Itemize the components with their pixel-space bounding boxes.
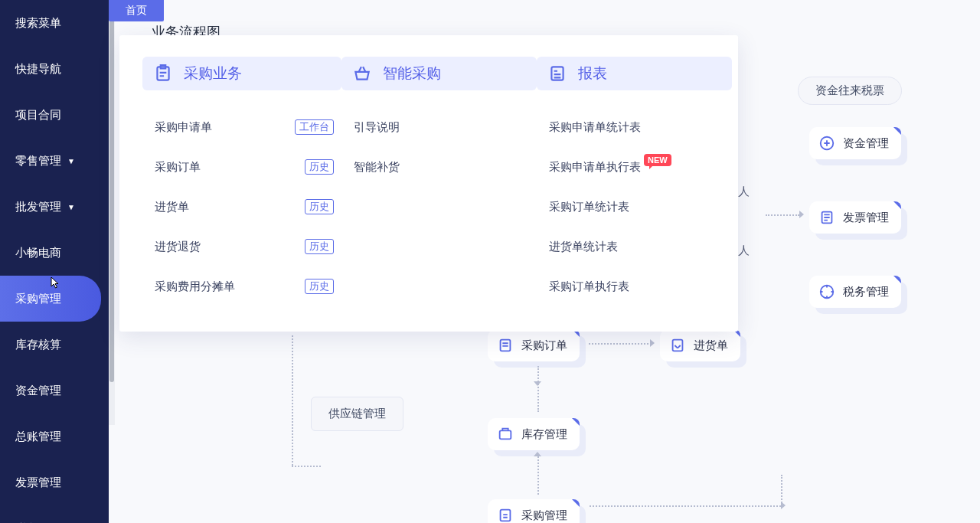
inventory-icon (497, 426, 514, 443)
mouse-cursor-icon (50, 276, 62, 289)
arrow-icon (534, 452, 541, 456)
sidebar-item-shortcut[interactable]: 快捷导航 (0, 46, 109, 92)
chevron-down-icon: ▼ (67, 157, 75, 165)
menu-item-purchase-request[interactable]: 采购申请单工作台 (142, 107, 341, 147)
menu-label: 采购申请单统计表 (549, 120, 641, 135)
label: 供应链管理 (328, 407, 386, 420)
menu-label: 引导说明 (354, 120, 400, 135)
label: 采购管理 (521, 508, 567, 523)
sidebar-item-label: 批发管理 (15, 200, 61, 214)
label: 发票管理 (843, 211, 889, 225)
sidebar-item-invoice[interactable]: 发票管理 (0, 459, 109, 505)
sidebar-item-ledger[interactable]: 总账管理 (0, 413, 109, 459)
menu-item-guide[interactable]: 引导说明 (341, 107, 537, 147)
sidebar-item-tax[interactable]: 税务管理 (0, 505, 109, 523)
history-tag[interactable]: 历史 (305, 279, 334, 294)
col-title: 智能采购 (383, 64, 441, 83)
flow-node-invoice[interactable]: 发票管理 (809, 201, 901, 234)
dropdown-col-business: 采购业务 采购申请单工作台 采购订单历史 进货单历史 进货退货历史 采购费用分摊… (142, 57, 341, 332)
label: 资金往来税票 (815, 83, 884, 96)
menu-label: 采购费用分摊单 (155, 279, 235, 294)
flow-node-inventory[interactable]: 库存管理 (488, 418, 580, 450)
sidebar-item-funds[interactable]: 资金管理 (0, 368, 109, 413)
menu-label: 采购订单统计表 (549, 200, 629, 214)
col-title: 采购业务 (184, 64, 242, 83)
history-tag[interactable]: 历史 (305, 159, 334, 175)
menu-list: 采购申请单统计表 采购申请单执行表NEW 采购订单统计表 进货单统计表 采购订单… (537, 90, 732, 306)
col-header: 智能采购 (341, 57, 537, 90)
label: 采购订单 (521, 338, 567, 353)
menu-item-receipt-return[interactable]: 进货退货历史 (142, 227, 341, 266)
arrow-icon (799, 211, 804, 218)
col-title: 报表 (578, 64, 607, 83)
sidebar-item-contract[interactable]: 项目合同 (0, 92, 109, 138)
flow-node-purchase-order[interactable]: 采购订单 (488, 329, 580, 361)
svg-rect-5 (500, 430, 511, 439)
menu-label: 采购订单 (155, 160, 201, 175)
connector (781, 475, 782, 505)
menu-label: 采购申请单执行表 (549, 160, 641, 173)
menu-label: 采购订单执行表 (549, 279, 629, 294)
hidden-text-fragment: 人 (738, 244, 750, 258)
sidebar-item-label: 零售管理 (15, 154, 61, 168)
sidebar-item-label: 库存核算 (15, 338, 61, 352)
flow-node-tax[interactable]: 税务管理 (809, 276, 901, 308)
menu-item-cost-allocation[interactable]: 采购费用分摊单历史 (142, 266, 341, 306)
connector (292, 335, 293, 466)
connector (590, 505, 781, 507)
sidebar-item-search[interactable]: 搜索菜单 (0, 0, 109, 46)
connector (537, 366, 539, 412)
history-tag[interactable]: 历史 (305, 239, 334, 254)
menu-item-request-stats[interactable]: 采购申请单统计表 (537, 107, 732, 147)
sidebar-item-label: 总账管理 (15, 430, 61, 444)
sidebar-item-label: 资金管理 (15, 384, 61, 398)
menu-list: 采购申请单工作台 采购订单历史 进货单历史 进货退货历史 采购费用分摊单历史 (142, 90, 341, 306)
menu-item-smart-restock[interactable]: 智能补货 (341, 147, 537, 187)
sidebar-item-label: 发票管理 (15, 476, 61, 490)
menu-label: 进货退货 (155, 240, 201, 254)
purchase-icon (497, 507, 514, 523)
menu-list: 引导说明 智能补货 (341, 90, 537, 187)
menu-label: 进货单 (155, 200, 189, 214)
hidden-text-fragment: 人 (738, 185, 750, 199)
basket-icon (352, 64, 372, 83)
menu-label: 采购申请单 (155, 120, 212, 135)
finance-header: 资金往来税票 (798, 77, 902, 105)
tab-home[interactable]: 首页 (109, 0, 164, 21)
sidebar-item-label: 搜索菜单 (15, 16, 61, 31)
menu-item-request-exec[interactable]: 采购申请单执行表NEW (537, 147, 732, 187)
supply-chain-label: 供应链管理 (311, 397, 403, 431)
menu-label: 进货单统计表 (549, 240, 618, 254)
sidebar-item-label: 快捷导航 (15, 62, 61, 77)
label: 库存管理 (521, 427, 567, 442)
col-header: 采购业务 (142, 57, 341, 90)
connector (537, 456, 539, 495)
menu-item-order-stats[interactable]: 采购订单统计表 (537, 187, 732, 227)
report-icon (547, 64, 567, 83)
workbench-tag[interactable]: 工作台 (295, 119, 334, 135)
tax-icon (818, 283, 835, 300)
history-tag[interactable]: 历史 (305, 199, 334, 214)
arrow-icon (650, 339, 655, 347)
menu-item-receipt-stats[interactable]: 进货单统计表 (537, 227, 732, 266)
receipt-icon (669, 337, 686, 354)
sidebar-item-inventory[interactable]: 库存核算 (0, 322, 109, 368)
sidebar-item-retail[interactable]: 零售管理▼ (0, 138, 109, 184)
funds-icon (818, 135, 835, 152)
menu-item-receipt[interactable]: 进货单历史 (142, 187, 341, 227)
menu-item-purchase-order[interactable]: 采购订单历史 (142, 147, 341, 187)
sidebar-item-wholesale[interactable]: 批发管理▼ (0, 184, 109, 230)
menu-item-order-exec[interactable]: 采购订单执行表 (537, 266, 732, 306)
tab-label: 首页 (126, 4, 147, 18)
arrow-icon (534, 381, 541, 386)
sidebar-item-ecommerce[interactable]: 小畅电商 (0, 230, 109, 276)
flow-node-funds[interactable]: 资金管理 (809, 127, 901, 159)
sidebar-item-label: 采购管理 (15, 292, 61, 306)
label: 资金管理 (843, 136, 889, 151)
flow-node-purchase-mgmt[interactable]: 采购管理 (488, 499, 580, 523)
clipboard-icon (153, 64, 173, 83)
purchase-dropdown-panel: 采购业务 采购申请单工作台 采购订单历史 进货单历史 进货退货历史 采购费用分摊… (119, 35, 738, 332)
flow-node-receipt[interactable]: 进货单 (660, 329, 740, 361)
sidebar-item-label: 小畅电商 (15, 246, 61, 260)
label: 税务管理 (843, 285, 889, 299)
